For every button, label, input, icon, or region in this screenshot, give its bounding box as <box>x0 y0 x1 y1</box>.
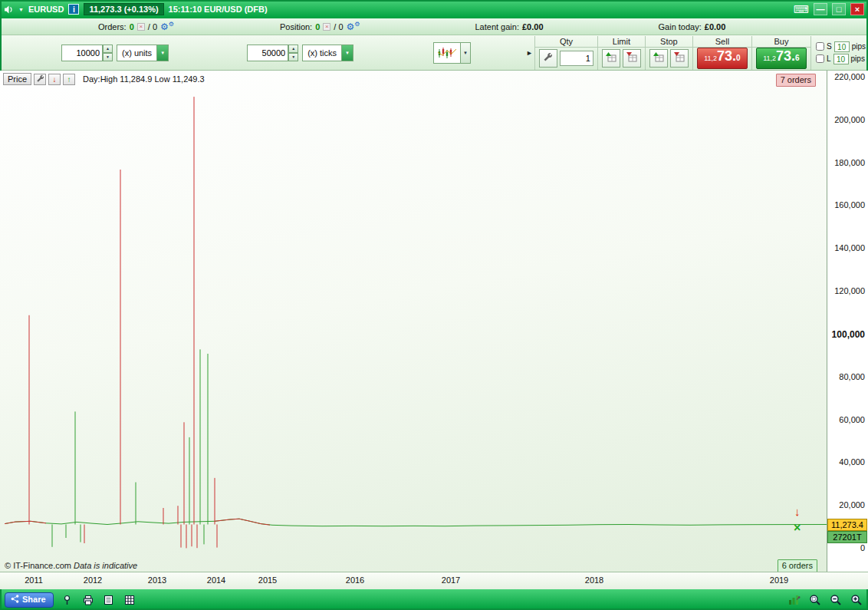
close-button[interactable]: × <box>850 3 864 15</box>
price-settings-button[interactable] <box>34 74 46 85</box>
stop-pips-input[interactable]: 10 <box>834 41 850 52</box>
orders-count-badge-top[interactable]: 7 orders <box>776 74 816 87</box>
chart-area[interactable]: 220,000200,000180,000160,000140,000120,0… <box>0 71 868 572</box>
sell-from-chart-button[interactable]: ↓ <box>48 74 61 85</box>
zoom-out-icon[interactable] <box>829 593 843 607</box>
x-axis-label: 2018 <box>585 575 603 585</box>
minimize-button[interactable]: — <box>814 3 827 15</box>
buy-from-chart-button[interactable]: ↑ <box>63 74 75 85</box>
sell-marker-arrow-icon: ↓ <box>794 505 801 518</box>
stop-pips-unit: pips <box>852 42 866 51</box>
title-time: 15:11:10 EUR/USD (DFB) <box>169 5 268 14</box>
time-axis[interactable]: 201120122013201420152016201720182019 <box>0 572 868 589</box>
buy-price-prefix: 11,2 <box>763 54 776 62</box>
orders-count-badge-bottom[interactable]: 6 orders <box>778 559 817 572</box>
trading-window: ▼ EURUSD i 11,273.3 (+0.13%) 15:11:10 EU… <box>0 0 868 610</box>
units-type-select[interactable]: (x) units ▼ <box>117 45 169 61</box>
limit-buy-order-button[interactable] <box>602 49 620 68</box>
limit-header: Limit <box>598 36 645 48</box>
y-axis[interactable]: 220,000200,000180,000160,000140,000120,0… <box>827 71 868 572</box>
units-quantity-input[interactable] <box>61 45 103 61</box>
buy-price-main: 73. <box>776 48 795 64</box>
close-position-marker-icon[interactable]: × <box>794 521 801 535</box>
ticks-spin-up-icon[interactable]: ▲ <box>288 45 298 53</box>
qty-input[interactable] <box>560 51 593 66</box>
y-axis-label: 40,000 <box>839 457 865 467</box>
price-indicator-chip[interactable]: Price <box>3 73 31 85</box>
x-axis-label: 2015 <box>258 575 277 585</box>
sell-button[interactable]: 11,273.0 <box>697 48 748 69</box>
units-dropdown-arrow-icon: ▼ <box>156 45 168 61</box>
zoom-in-icon[interactable] <box>850 593 863 607</box>
y-axis-label: 20,000 <box>839 500 865 509</box>
info-icon[interactable]: i <box>68 4 79 15</box>
sell-column: Sell 11,273.0 <box>692 36 751 70</box>
share-icon <box>11 595 19 605</box>
limit-checkbox[interactable] <box>816 54 824 63</box>
red-down-arrow-icon: ↓ <box>53 75 57 84</box>
stop-checkbox[interactable] <box>816 42 824 51</box>
zoom-selection-icon[interactable] <box>808 593 822 607</box>
y-axis-label: 180,000 <box>834 158 865 167</box>
order-toolbar: ▲ ▼ (x) units ▼ ▲ ▼ (x) ticks ▼ <box>0 35 868 71</box>
limit-pips-row: L 10 pips <box>816 54 866 64</box>
units-spin-down-icon[interactable]: ▼ <box>103 53 113 61</box>
buy-button[interactable]: 11,273.6 <box>756 48 807 69</box>
wrench-icon <box>36 74 44 84</box>
tick-count-tag: 27201T <box>827 531 867 543</box>
ticks-type-value: (x) ticks <box>303 48 341 58</box>
cancel-orders-icon[interactable]: × <box>137 23 145 31</box>
position-status: Position: 0 × / 0 ⚙⚙ <box>280 21 360 32</box>
cancel-position-icon[interactable]: × <box>323 23 330 31</box>
stop-sell-icon <box>673 51 685 65</box>
limit-sell-order-button[interactable] <box>623 49 641 68</box>
print-icon[interactable] <box>81 593 95 607</box>
ticks-spin-down-icon[interactable]: ▼ <box>288 53 298 61</box>
green-up-arrow-icon: ↑ <box>67 75 71 84</box>
x-axis-label: 2016 <box>346 575 364 585</box>
limit-column: Limit <box>597 36 645 70</box>
units-type-value: (x) units <box>117 48 156 58</box>
copyright-note: © IT-Finance.com Data is indicative <box>5 561 137 570</box>
chart-style-button[interactable]: ▼ <box>433 42 471 64</box>
price-indicator-header: Price ↓ ↑ Day:High 11,284.9 Low 11,249.3 <box>3 73 207 85</box>
restore-button[interactable]: □ <box>832 3 846 15</box>
position-total: / 0 <box>334 22 343 31</box>
current-price-tag: 11,273.4 <box>827 519 867 531</box>
position-label: Position: <box>280 22 312 31</box>
stop-buy-order-button[interactable] <box>649 49 668 68</box>
ticks-type-select[interactable]: (x) ticks ▼ <box>302 45 353 61</box>
instrument-name[interactable]: EURUSD <box>28 5 64 14</box>
keyboard-icon[interactable]: ⌨ <box>794 3 809 15</box>
title-price: 11,273.3 (+0.13%) <box>84 3 163 15</box>
share-button[interactable]: Share <box>5 592 54 608</box>
x-axis-label: 2017 <box>442 575 460 585</box>
position-settings-gear-icon[interactable]: ⚙⚙ <box>347 21 360 32</box>
stop-sell-order-button[interactable] <box>670 49 689 68</box>
grid-icon[interactable] <box>123 593 136 607</box>
gain-today: Gain today: £0.00 <box>659 22 726 31</box>
speaker-icon[interactable] <box>4 5 14 15</box>
y-axis-label: 160,000 <box>834 200 865 209</box>
trade-panel: ► Qty Limit <box>526 36 811 70</box>
pin-icon[interactable] <box>61 593 74 607</box>
limit-pips-input[interactable]: 10 <box>833 54 849 64</box>
title-bar: ▼ EURUSD i 11,273.3 (+0.13%) 15:11:10 EU… <box>0 0 868 18</box>
chart-tools-icon[interactable] <box>787 593 801 607</box>
ticks-quantity-input[interactable] <box>247 45 288 61</box>
stop-pips-label: S <box>827 42 832 51</box>
x-axis-label: 2019 <box>770 575 788 585</box>
units-quantity-field: ▲ ▼ <box>61 45 113 61</box>
ticks-dropdown-arrow-icon: ▼ <box>341 45 353 61</box>
report-icon[interactable] <box>102 593 116 607</box>
x-axis-label: 2014 <box>207 575 225 585</box>
instrument-dropdown-icon[interactable]: ▼ <box>18 7 24 12</box>
price-chart[interactable] <box>0 71 827 572</box>
sell-price-prefix: 11,2 <box>704 54 717 62</box>
chart-style-icon <box>434 43 460 63</box>
buy-header: Buy <box>752 36 810 48</box>
order-settings-button[interactable] <box>539 49 557 68</box>
orders-settings-gear-icon[interactable]: ⚙⚙ <box>160 21 174 32</box>
units-spin-up-icon[interactable]: ▲ <box>103 45 113 53</box>
panel-collapse-icon[interactable]: ► <box>526 49 533 57</box>
